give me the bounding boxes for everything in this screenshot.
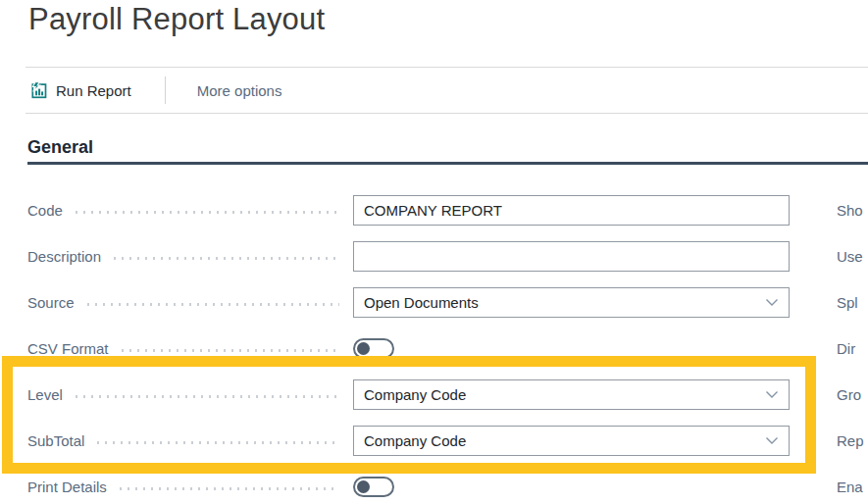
toolbar-separator (165, 76, 166, 104)
field-control: COMPANY REPORT (353, 195, 790, 226)
general-section-underline (27, 162, 868, 165)
field-control (353, 241, 790, 272)
action-bar: Run Report More options (29, 76, 281, 105)
general-section-header[interactable]: General (27, 137, 93, 158)
right-column-field-label: Sho (837, 187, 864, 233)
field-control: Open Documents (353, 287, 790, 318)
field-control (353, 477, 790, 497)
dotted-leader (119, 349, 339, 352)
field-control: Company Code (353, 426, 790, 456)
general-section-title: General (27, 137, 93, 157)
form-row-code: CodeCOMPANY REPORT (27, 187, 790, 233)
field-value: Company Code (364, 386, 466, 403)
chevron-down-icon (765, 436, 779, 445)
run-report-button[interactable]: Run Report (29, 81, 131, 100)
form-row-subtotal: SubTotalCompany Code (27, 418, 790, 464)
level-select[interactable]: Company Code (353, 379, 790, 410)
field-value: Open Documents (364, 294, 479, 311)
subtotal-select[interactable]: Company Code (353, 426, 790, 456)
right-column-field-label: Gro (837, 372, 864, 418)
chevron-down-icon (765, 298, 779, 307)
chevron-down-icon (765, 390, 779, 399)
page-title: Payroll Report Layout (28, 2, 325, 37)
right-column-field-label: Use (837, 233, 864, 279)
field-label-csv-format: CSV Format (27, 340, 109, 357)
description-input[interactable] (353, 241, 790, 272)
right-column-field-label: Ena (837, 464, 864, 504)
dotted-leader (73, 211, 339, 214)
form-row-csv-format: CSV Format (27, 326, 790, 372)
payroll-report-layout-page: Payroll Report Layout Run Report More op… (0, 0, 868, 504)
right-column-labels: ShoUseSplDirGroRepEna (837, 187, 864, 504)
source-select[interactable]: Open Documents (353, 287, 790, 318)
field-value: Company Code (364, 432, 466, 449)
field-label-source: Source (27, 294, 75, 311)
field-label-subtotal: SubTotal (27, 432, 84, 449)
code-input[interactable]: COMPANY REPORT (353, 195, 790, 226)
right-column-field-label: Rep (837, 418, 864, 464)
field-label-level: Level (27, 386, 63, 403)
dotted-leader (111, 257, 339, 260)
field-label-description: Description (27, 248, 101, 265)
toolbar-bottom-divider (26, 113, 868, 114)
more-options-button[interactable]: More options (197, 82, 282, 99)
form-row-level: LevelCompany Code (27, 372, 790, 418)
right-column-field-label: Spl (837, 279, 864, 326)
form-rows: CodeCOMPANY REPORTDescriptionSourceOpen … (27, 187, 790, 504)
print-details-toggle[interactable] (353, 477, 394, 497)
field-control: Company Code (353, 379, 790, 410)
form-row-print-details: Print Details (27, 464, 790, 504)
csv-format-toggle[interactable] (353, 338, 394, 359)
toolbar-top-divider (26, 67, 868, 68)
field-label-code: Code (27, 202, 63, 219)
run-report-label: Run Report (56, 82, 131, 99)
right-column-field-label: Dir (837, 326, 864, 372)
form-row-description: Description (27, 233, 790, 279)
dotted-leader (117, 487, 339, 490)
field-control (353, 338, 790, 359)
form-row-source: SourceOpen Documents (27, 279, 790, 326)
field-label-print-details: Print Details (27, 479, 107, 495)
field-value: COMPANY REPORT (364, 202, 502, 219)
toggle-knob (357, 342, 370, 355)
report-lightning-icon (29, 81, 48, 100)
dotted-leader (84, 303, 339, 306)
dotted-leader (94, 441, 339, 444)
dotted-leader (73, 395, 339, 398)
toggle-knob (357, 480, 370, 493)
